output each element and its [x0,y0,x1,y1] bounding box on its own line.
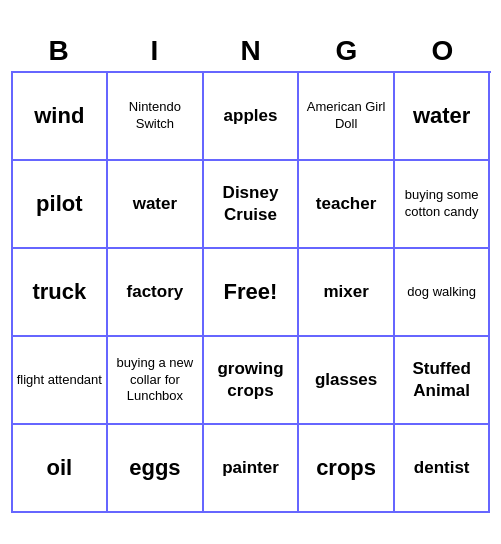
cell-r3-c3[interactable]: glasses [299,337,395,425]
cell-text-r4-c2: painter [222,457,279,479]
cell-text-r0-c4: water [413,102,470,131]
cell-r1-c0[interactable]: pilot [13,161,109,249]
cell-r2-c0[interactable]: truck [13,249,109,337]
cell-text-r1-c1: water [133,193,177,215]
cell-text-r1-c0: pilot [36,190,82,219]
header-letter-I: I [107,31,203,71]
cell-r3-c0[interactable]: flight attendant [13,337,109,425]
cell-text-r1-c4: buying some cotton candy [399,187,485,221]
cell-text-r3-c3: glasses [315,369,377,391]
header-letter-G: G [299,31,395,71]
cell-r3-c1[interactable]: buying a new collar for Lunchbox [108,337,204,425]
cell-r4-c4[interactable]: dentist [395,425,491,513]
cell-r2-c4[interactable]: dog walking [395,249,491,337]
cell-r1-c1[interactable]: water [108,161,204,249]
cell-r1-c2[interactable]: Disney Cruise [204,161,300,249]
cell-text-r2-c0: truck [32,278,86,307]
cell-r4-c3[interactable]: crops [299,425,395,513]
cell-text-r0-c0: wind [34,102,84,131]
cell-text-r2-c3: mixer [323,281,368,303]
cell-text-r4-c1: eggs [129,454,180,483]
cell-r3-c4[interactable]: Stuffed Animal [395,337,491,425]
cell-text-r0-c3: American Girl Doll [303,99,389,133]
cell-r2-c2[interactable]: Free! [204,249,300,337]
cell-r3-c2[interactable]: growing crops [204,337,300,425]
cell-r0-c0[interactable]: wind [13,73,109,161]
cell-text-r3-c1: buying a new collar for Lunchbox [112,355,198,406]
cell-r2-c1[interactable]: factory [108,249,204,337]
cell-r0-c3[interactable]: American Girl Doll [299,73,395,161]
cell-r1-c4[interactable]: buying some cotton candy [395,161,491,249]
cell-text-r4-c4: dentist [414,457,470,479]
cell-text-r4-c3: crops [316,454,376,483]
header-letter-B: B [11,31,107,71]
cell-r4-c2[interactable]: painter [204,425,300,513]
header-letter-N: N [203,31,299,71]
cell-text-r3-c0: flight attendant [17,372,102,389]
cell-r4-c1[interactable]: eggs [108,425,204,513]
cell-text-r1-c3: teacher [316,193,376,215]
cell-text-r2-c4: dog walking [407,284,476,301]
bingo-card: BINGO windNintendo SwitchapplesAmerican … [11,31,491,513]
bingo-header: BINGO [11,31,491,71]
cell-text-r4-c0: oil [46,454,72,483]
cell-text-r2-c1: factory [127,281,184,303]
cell-r0-c4[interactable]: water [395,73,491,161]
cell-text-r0-c1: Nintendo Switch [112,99,198,133]
cell-text-r0-c2: apples [224,105,278,127]
cell-r0-c1[interactable]: Nintendo Switch [108,73,204,161]
cell-text-r2-c2: Free! [224,278,278,307]
cell-r1-c3[interactable]: teacher [299,161,395,249]
cell-r4-c0[interactable]: oil [13,425,109,513]
cell-text-r1-c2: Disney Cruise [208,182,294,226]
cell-text-r3-c2: growing crops [208,358,294,402]
bingo-grid: windNintendo SwitchapplesAmerican Girl D… [11,71,491,513]
cell-r2-c3[interactable]: mixer [299,249,395,337]
header-letter-O: O [395,31,491,71]
cell-text-r3-c4: Stuffed Animal [399,358,485,402]
cell-r0-c2[interactable]: apples [204,73,300,161]
